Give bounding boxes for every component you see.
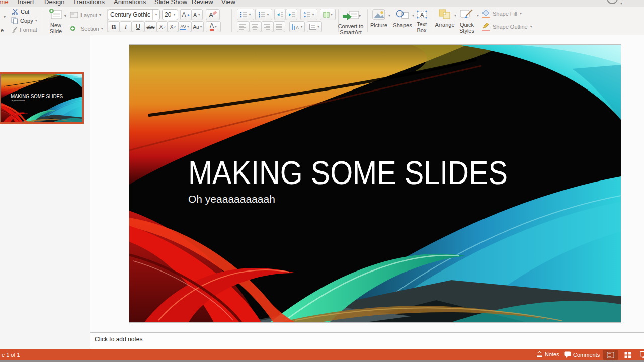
change-case-button[interactable]: Aa ▾ <box>191 21 204 32</box>
slide-subtitle[interactable]: Oh yeaaaaaaaaah <box>11 100 25 102</box>
shape-fill-button[interactable]: Shape Fill ▾ <box>481 9 522 18</box>
tab-home[interactable]: Home <box>0 0 9 6</box>
text-box-label-2: Box <box>417 27 427 33</box>
shrink-font-button[interactable]: A ▼ <box>191 9 203 20</box>
align-text-button[interactable]: ▾ <box>307 21 322 32</box>
decrease-indent-button[interactable] <box>274 9 286 20</box>
numbering-caret-icon: ▾ <box>267 13 269 17</box>
slide-indicator: e 1 of 1 <box>2 352 20 358</box>
align-center-button[interactable] <box>249 21 261 32</box>
align-right-button[interactable] <box>261 21 273 32</box>
shape-outline-pencil-icon <box>481 22 490 31</box>
convert-smartart-button[interactable]: Convert to SmartArt <box>336 9 366 35</box>
shapes-icon <box>395 9 410 20</box>
font-color-caret-icon: ▾ <box>215 25 217 29</box>
format-painter-button[interactable]: Format <box>11 26 37 33</box>
columns-button[interactable]: ▾ <box>320 9 336 20</box>
cut-button[interactable]: Cut <box>12 8 29 15</box>
text-direction-button[interactable]: A ▾ <box>289 21 305 32</box>
notes-toggle-button[interactable]: Notes <box>536 351 559 357</box>
slide-title[interactable]: MAKING SOME SLIDES <box>11 93 63 99</box>
superscript-button[interactable]: X 2 <box>157 21 168 32</box>
justify-icon <box>276 24 283 30</box>
new-slide-label-1: New <box>50 22 61 28</box>
new-slide-button[interactable]: New Slide <box>44 8 67 34</box>
columns-icon <box>323 12 330 18</box>
ribbon-home: e ▾ Cut Copy ▾ Format <box>0 7 644 35</box>
font-size-value: 20 <box>163 11 171 18</box>
justify-button[interactable] <box>273 21 285 32</box>
new-slide-caret-icon[interactable]: ▾ <box>64 14 66 18</box>
normal-view-button[interactable] <box>603 350 618 360</box>
layout-caret-icon: ▾ <box>99 13 101 17</box>
copy-button[interactable]: Copy ▾ <box>11 17 37 24</box>
slide-title[interactable]: MAKING SOME SLIDES <box>188 154 508 191</box>
notes-placeholder[interactable]: Click to add notes <box>95 336 142 343</box>
italic-button[interactable]: I <box>120 21 132 32</box>
slide-subtitle[interactable]: Oh yeaaaaaaaaah <box>188 193 275 205</box>
align-left-button[interactable] <box>237 21 249 32</box>
paste-caret-icon[interactable]: ▾ <box>4 15 6 19</box>
slide-canvas[interactable]: MAKING SOME SLIDES Oh yeaaaaaaaaah <box>129 44 621 323</box>
subscript-2-icon: 2 <box>174 25 176 29</box>
increase-indent-button[interactable] <box>286 9 297 20</box>
font-family-value: Century Gothic (B... <box>108 11 152 18</box>
character-spacing-button[interactable]: AV ▾ <box>178 21 191 32</box>
shrink-font-glyph: A <box>193 12 197 18</box>
smartart-icon <box>342 9 360 21</box>
notes-pane[interactable]: Click to add notes <box>90 332 644 349</box>
arrange-button[interactable]: Arrange <box>432 9 457 28</box>
bullets-button[interactable]: ▾ <box>237 9 254 20</box>
line-spacing-button[interactable]: ▾ <box>300 9 317 20</box>
font-size-combobox[interactable]: 20 ▾ <box>162 9 178 20</box>
text-box-button[interactable]: A Text Box <box>409 10 434 33</box>
tab-view[interactable]: View <box>221 0 235 6</box>
numbering-button[interactable]: ▾ <box>255 9 272 20</box>
layout-button[interactable]: Layout ▾ <box>70 12 101 18</box>
slideshow-view-button[interactable] <box>637 350 644 360</box>
change-case-glyph: Aa <box>193 24 199 30</box>
grow-font-button[interactable]: A ▲ <box>180 9 192 20</box>
tab-transitions[interactable]: Transitions <box>73 0 105 6</box>
slide-artwork: MAKING SOME SLIDES Oh yeaaaaaaaaah <box>1 74 82 122</box>
shape-outline-button[interactable]: Shape Outline ▾ <box>481 22 532 31</box>
section-button[interactable]: Section ▾ <box>70 25 103 32</box>
copy-label: Copy <box>20 18 33 24</box>
bold-button[interactable]: B <box>108 21 120 32</box>
shape-fill-label: Shape Fill <box>493 11 517 17</box>
tab-insert[interactable]: Insert <box>18 0 34 6</box>
normal-view-icon <box>607 352 614 358</box>
arrange-label: Arrange <box>432 22 457 28</box>
quick-styles-label-1: Quick <box>460 22 474 28</box>
numbering-icon <box>258 12 266 18</box>
picture-button[interactable]: Picture <box>366 9 391 28</box>
grow-font-glyph: A <box>182 11 186 18</box>
smartart-caret-icon[interactable]: ▾ <box>359 14 361 18</box>
svg-text:A: A <box>296 25 299 30</box>
subscript-button[interactable]: X 2 <box>168 21 178 32</box>
shape-fill-bucket-icon <box>481 9 490 18</box>
tab-review[interactable]: Review <box>192 0 213 6</box>
tab-slide-show[interactable]: Slide Show <box>154 0 187 6</box>
ribbon-tab-bar: Home Insert Design Transitions Animation… <box>0 0 644 7</box>
font-family-combobox[interactable]: Century Gothic (B... ▾ <box>108 9 160 20</box>
feedback-smiley-icon[interactable] <box>607 0 618 4</box>
text-box-icon: A <box>416 10 428 19</box>
slide-sorter-view-button[interactable] <box>621 350 635 360</box>
underline-button[interactable]: U <box>132 21 144 32</box>
quick-styles-button[interactable]: Quick Styles <box>454 9 479 34</box>
comments-toggle-button[interactable]: Comments <box>564 351 600 358</box>
clear-formatting-button[interactable]: A <box>206 9 220 20</box>
tab-animations[interactable]: Animations <box>114 0 146 6</box>
paste-button-clipped[interactable]: e <box>1 27 4 33</box>
subscript-glyph: X <box>170 24 174 30</box>
strikethrough-button[interactable]: abc <box>144 21 157 32</box>
line-spacing-caret-icon: ▾ <box>312 13 314 17</box>
increase-indent-icon <box>288 12 295 18</box>
powerpoint-window: Home Insert Design Transitions Animation… <box>0 0 644 362</box>
tab-design[interactable]: Design <box>44 0 64 6</box>
font-color-button[interactable]: A ▾ <box>206 21 221 32</box>
slide-thumbnail-panel: MAKING SOME SLIDES Oh yeaaaaaaaaah <box>0 35 90 349</box>
quick-styles-caret-icon[interactable]: ▾ <box>477 14 479 18</box>
slide-thumbnail-1[interactable]: MAKING SOME SLIDES Oh yeaaaaaaaaah <box>0 72 84 124</box>
